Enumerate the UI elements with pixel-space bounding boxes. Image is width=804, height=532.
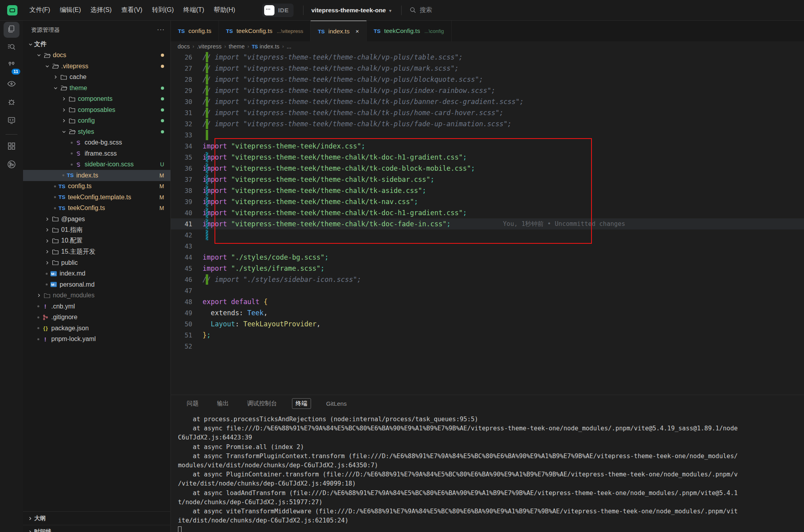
- more-actions-icon[interactable]: ···: [157, 26, 165, 34]
- tree-item-personal.md[interactable]: M↓personal.md: [23, 279, 170, 290]
- tab-config.ts[interactable]: TSconfig.ts: [171, 21, 219, 41]
- code-line-52[interactable]: 52: [171, 341, 804, 352]
- breadcrumb-item-index.ts[interactable]: TS index.ts: [252, 43, 279, 50]
- code-line-29[interactable]: 29// import "vitepress-theme-teek/theme-…: [171, 85, 804, 96]
- excl-file-icon: !: [41, 336, 50, 343]
- code-line-41[interactable]: 41import "vitepress-theme-teek/theme-cha…: [171, 218, 804, 229]
- code-line-49[interactable]: 49 extends: Teek,: [171, 307, 804, 318]
- activity-item-eye[interactable]: [0, 75, 23, 94]
- tab-teekConfig.ts[interactable]: TSteekConfig.ts...\config: [367, 21, 452, 41]
- code-line-40[interactable]: 40import "vitepress-theme-teek/theme-cha…: [171, 207, 804, 218]
- code-line-51[interactable]: 51};: [171, 330, 804, 341]
- tab-teekConfig.ts[interactable]: TSteekConfig.ts...\vitepress: [219, 21, 311, 41]
- tree-item-composables[interactable]: composables: [23, 104, 170, 116]
- tree-item-01.指南[interactable]: 01.指南: [23, 225, 170, 236]
- tree-item-docs[interactable]: docs: [23, 50, 170, 61]
- tree-item-pnpm-lock.yaml[interactable]: !pnpm-lock.yaml: [23, 334, 170, 345]
- activity-item-debug[interactable]: [0, 94, 23, 112]
- code-line-45[interactable]: 45import "./styles/iframe.scss";: [171, 263, 804, 274]
- code-line-26[interactable]: 26// import "vitepress-theme-teek/theme-…: [171, 52, 804, 63]
- code-line-34[interactable]: 34import "vitepress-theme-teek/index.css…: [171, 141, 804, 152]
- code-line-27[interactable]: 27// import "vitepress-theme-teek/theme-…: [171, 63, 804, 74]
- panel-tab-输出[interactable]: 输出: [214, 399, 232, 409]
- timeline-section[interactable]: 时间线: [23, 525, 170, 532]
- close-icon[interactable]: ×: [356, 28, 359, 35]
- activity-item-extensions-grid[interactable]: [0, 138, 23, 156]
- tree-item-package.json[interactable]: { }package.json: [23, 323, 170, 334]
- activity-item-git-graph[interactable]: [0, 156, 23, 174]
- code-line-43[interactable]: 43: [171, 241, 804, 252]
- code-line-38[interactable]: 38import "vitepress-theme-teek/theme-cha…: [171, 185, 804, 196]
- code-line-44[interactable]: 44import "./styles/code-bg.scss";: [171, 252, 804, 263]
- line-number: 26: [171, 54, 203, 61]
- code-line-36[interactable]: 36import "vitepress-theme-teek/theme-cha…: [171, 163, 804, 174]
- panel-tab-终端[interactable]: 终端: [292, 398, 311, 409]
- breadcrumb-item-theme[interactable]: theme: [229, 43, 245, 50]
- code-line-31[interactable]: 31// import "vitepress-theme-teek/theme-…: [171, 107, 804, 118]
- tree-item-.cnb.yml[interactable]: !.cnb.yml: [23, 301, 170, 312]
- code-line-39[interactable]: 39import "vitepress-theme-teek/theme-cha…: [171, 196, 804, 207]
- menu-item[interactable]: 终端(T): [179, 4, 209, 16]
- activity-item-search[interactable]: [0, 39, 23, 57]
- menu-item[interactable]: 帮助(H): [209, 4, 240, 16]
- menu-item[interactable]: 转到(G): [147, 4, 178, 16]
- code-line-32[interactable]: 32// import "vitepress-theme-teek/theme-…: [171, 118, 804, 129]
- tree-item-index.ts[interactable]: TSindex.tsM: [23, 170, 170, 181]
- tree-item-config[interactable]: config: [23, 116, 170, 127]
- breadcrumb-item-...[interactable]: ...: [286, 43, 291, 50]
- tree-item-code-bg.scss[interactable]: code-bg.scss: [23, 137, 170, 148]
- chevron-collapsed-icon: [60, 118, 68, 124]
- code-line-30[interactable]: 30// import "vitepress-theme-teek/theme-…: [171, 96, 804, 107]
- panel-tab-问题[interactable]: 问题: [184, 399, 202, 409]
- tree-item-15.主题开发[interactable]: 15.主题开发: [23, 247, 170, 258]
- breadcrumb-item-.vitepress[interactable]: .vitepress: [197, 43, 222, 50]
- tree-item-10.配置[interactable]: 10.配置: [23, 235, 170, 247]
- code-line-35[interactable]: 35import "vitepress-theme-teek/theme-cha…: [171, 152, 804, 163]
- tree-item-.gitignore[interactable]: .gitignore: [23, 312, 170, 323]
- code-line-47[interactable]: 47: [171, 285, 804, 296]
- panel-tab-调试控制台[interactable]: 调试控制台: [244, 399, 280, 409]
- app-logo-icon[interactable]: [7, 5, 17, 15]
- tree-item-public[interactable]: public: [23, 257, 170, 268]
- tab-index.ts[interactable]: TSindex.ts×: [311, 21, 366, 41]
- files-icon: [7, 24, 16, 35]
- tree-item-@pages[interactable]: @pages: [23, 214, 170, 225]
- tree-item-.vitepress[interactable]: .vitepress: [23, 61, 170, 72]
- code-line-28[interactable]: 28// import "vitepress-theme-teek/theme-…: [171, 74, 804, 85]
- tree-item-iframe.scss[interactable]: iframe.scss: [23, 148, 170, 159]
- md-file-icon: M↓: [49, 282, 58, 287]
- ide-badge[interactable]: IDE: [262, 4, 294, 17]
- search-button[interactable]: 搜索: [410, 6, 432, 14]
- menu-item[interactable]: 文件(F): [25, 4, 55, 16]
- outline-section[interactable]: 大纲: [23, 511, 170, 525]
- activity-item-files[interactable]: [0, 21, 23, 39]
- menu-item[interactable]: 查看(V): [116, 4, 147, 16]
- file-dot-icon: [52, 185, 58, 187]
- tree-item-config.ts[interactable]: TSconfig.tsM: [23, 181, 170, 192]
- code-editor[interactable]: 26// import "vitepress-theme-teek/theme-…: [171, 52, 804, 352]
- tree-item-index.md[interactable]: M↓index.md: [23, 268, 170, 279]
- terminal-output[interactable]: at process.processTicksAndRejections (no…: [171, 412, 804, 532]
- tree-item-components[interactable]: components: [23, 94, 170, 105]
- project-title[interactable]: vitepress-theme-teek-one ▾: [311, 7, 392, 14]
- code-line-37[interactable]: 37import "vitepress-theme-teek/theme-cha…: [171, 174, 804, 185]
- menu-item[interactable]: 编辑(E): [55, 4, 85, 16]
- tree-item-styles[interactable]: styles: [23, 126, 170, 137]
- tree-item-teekConfig.ts[interactable]: TSteekConfig.tsM: [23, 203, 170, 214]
- tree-item-cache[interactable]: cache: [23, 72, 170, 83]
- tree-item-teekConfig.template.ts[interactable]: TSteekConfig.template.tsM: [23, 192, 170, 203]
- panel-tab-GitLens[interactable]: GitLens: [323, 399, 350, 408]
- activity-item-source-control[interactable]: 11: [0, 57, 23, 75]
- code-line-50[interactable]: 50 Layout: TeekLayoutProvider,: [171, 318, 804, 330]
- tree-item-node_modules[interactable]: node_modules: [23, 290, 170, 301]
- menu-item[interactable]: 选择(S): [86, 4, 116, 16]
- code-line-33[interactable]: 33: [171, 129, 804, 141]
- code-line-46[interactable]: 46// import "./styles/sidebar-icon.scss"…: [171, 274, 804, 285]
- activity-item-preview[interactable]: [0, 112, 23, 130]
- tree-item-sidebar-icon.scss[interactable]: sidebar-icon.scssU: [23, 159, 170, 170]
- tree-section-文件[interactable]: 文件: [23, 39, 170, 50]
- code-line-42[interactable]: 42: [171, 229, 804, 241]
- code-line-48[interactable]: 48export default {: [171, 296, 804, 307]
- tree-item-theme[interactable]: theme: [23, 83, 170, 94]
- breadcrumb-item-docs[interactable]: docs: [178, 43, 190, 50]
